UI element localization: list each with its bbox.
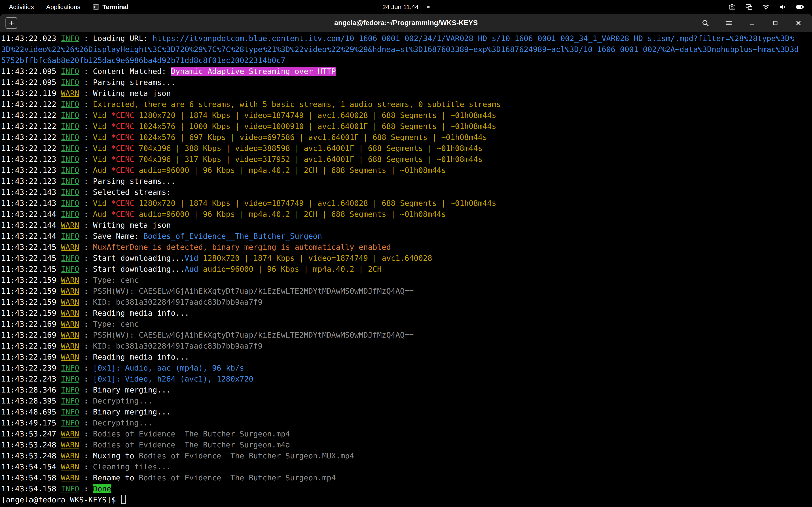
- menu-icon[interactable]: [724, 18, 734, 28]
- terminal-output: 11:43:22.023 INFO : Loading URL: https:/…: [1, 33, 799, 494]
- log-line: 11:43:22.122 INFO : Vid *CENC 1280x720 |…: [1, 110, 799, 121]
- log-line: 11:43:22.159 WARN : Reading media info..…: [1, 307, 799, 319]
- log-line: 11:43:22.123 INFO : Vid *CENC 704x396 | …: [1, 154, 799, 165]
- log-line: 11:43:22.119 WARN : Writing meta json: [1, 88, 799, 99]
- terminal-cursor: [121, 495, 126, 504]
- log-line: 11:43:22.122 INFO : Vid *CENC 1024x576 |…: [1, 132, 799, 143]
- log-line: 11:43:28.395 INFO : Decrypting...: [1, 395, 799, 406]
- log-line: 11:43:53.247 WARN : Bodies_of_Evidence__…: [1, 429, 799, 439]
- log-line: 11:43:22.023 INFO : Loading URL: https:/…: [1, 33, 799, 66]
- log-line: 11:43:22.159 WARN : PSSH(WV): CAESELw4Gj…: [1, 286, 799, 297]
- log-line: 11:43:54.158 INFO : Done: [1, 483, 799, 494]
- notification-dot: [427, 6, 430, 8]
- log-line: 11:43:53.248 WARN : Muxing to Bodies_of_…: [1, 450, 799, 461]
- log-line: 11:43:22.239 INFO : [0x1]: Audio, aac (m…: [1, 362, 799, 374]
- clock-label: 24 Jun 11:44: [382, 3, 418, 11]
- log-line: 11:43:22.159 WARN : KID: bc381a302284491…: [1, 297, 799, 307]
- log-line: 11:43:54.154 WARN : Cleaning files...: [1, 461, 799, 472]
- log-line: 11:43:22.122 INFO : Vid *CENC 704x396 | …: [1, 143, 799, 154]
- log-line: 11:43:22.169 WARN : KID: bc381a302284491…: [1, 341, 799, 351]
- log-line: 11:43:22.169 WARN : PSSH(WV): CAESELw4Gj…: [1, 330, 799, 341]
- focused-app-label: Terminal: [102, 3, 129, 11]
- log-line: 11:43:22.122 INFO : Vid *CENC 1024x576 |…: [1, 121, 799, 132]
- minimize-icon[interactable]: [747, 18, 757, 28]
- log-line: 11:43:22.169 WARN : Type: cenc: [1, 319, 799, 330]
- log-line: 11:43:49.175 INFO : Decrypting...: [1, 417, 799, 429]
- log-line: 11:43:22.145 WARN : MuxAfterDone is dete…: [1, 242, 799, 252]
- log-line: 11:43:22.169 WARN : Reading media info..…: [1, 351, 799, 362]
- log-line: 11:43:22.143 INFO : Selected streams:: [1, 187, 799, 198]
- terminal-titlebar[interactable]: + angela@fedora:~/Programming/WKS-KEYS: [0, 14, 812, 32]
- new-tab-button[interactable]: +: [5, 17, 17, 29]
- log-line: 11:43:28.346 INFO : Binary merging...: [1, 385, 799, 395]
- prompt-text: [angela@fedora WKS-KEYS]$: [1, 495, 120, 504]
- gnome-top-bar: Activities Applications Terminal 24 Jun …: [0, 0, 812, 14]
- close-icon[interactable]: [794, 18, 804, 28]
- focused-app-menu[interactable]: Terminal: [93, 3, 129, 11]
- log-line: 11:43:22.095 INFO : Content Matched: Dyn…: [1, 66, 799, 77]
- wifi-icon: [762, 3, 770, 11]
- log-line: 11:43:22.123 INFO : Aud *CENC audio=9600…: [1, 165, 799, 176]
- log-line: 11:43:22.123 INFO : Parsing streams...: [1, 176, 799, 187]
- applications-label: Applications: [46, 3, 80, 11]
- log-line: 11:43:48.695 INFO : Binary merging...: [1, 406, 799, 417]
- log-line: 11:43:22.095 INFO : Parsing streams...: [1, 77, 799, 88]
- screenshot-icon: [728, 3, 736, 11]
- log-line: 11:43:22.122 INFO : Extracted, there are…: [1, 99, 799, 110]
- window-title: angela@fedora:~/Programming/WKS-KEYS: [334, 19, 478, 27]
- terminal-screen[interactable]: 11:43:22.023 INFO : Loading URL: https:/…: [0, 32, 812, 507]
- log-line: 11:43:22.145 INFO : Start downloading...…: [1, 252, 799, 264]
- activities-button[interactable]: Activities: [9, 3, 34, 11]
- log-line: 11:43:53.248 WARN : Bodies_of_Evidence__…: [1, 439, 799, 450]
- log-line: 11:43:22.144 INFO : Aud *CENC audio=9600…: [1, 209, 799, 220]
- activities-label: Activities: [9, 3, 34, 11]
- log-line: 11:43:22.144 WARN : Writing meta json: [1, 220, 799, 231]
- search-icon[interactable]: [700, 18, 711, 28]
- screencast-icon: [745, 3, 753, 11]
- clock[interactable]: 24 Jun 11:44: [382, 3, 429, 11]
- log-line: 11:43:22.144 INFO : Save Name: Bodies_of…: [1, 231, 799, 242]
- log-line: 11:43:22.243 INFO : [0x1]: Video, h264 (…: [1, 374, 799, 385]
- applications-menu[interactable]: Applications: [46, 3, 80, 11]
- battery-icon: [796, 3, 804, 11]
- log-line: 11:43:54.158 WARN : Rename to Bodies_of_…: [1, 472, 799, 483]
- log-line: 11:43:22.159 WARN : Type: cenc: [1, 275, 799, 286]
- terminal-app-icon: [93, 4, 99, 10]
- prompt-line: [angela@fedora WKS-KEYS]$: [1, 494, 799, 505]
- maximize-icon[interactable]: [770, 18, 780, 28]
- terminal-window: + angela@fedora:~/Programming/WKS-KEYS: [0, 14, 812, 507]
- log-line: 11:43:22.145 INFO : Start downloading...…: [1, 264, 799, 275]
- log-line: 11:43:22.143 INFO : Vid *CENC 1280x720 |…: [1, 198, 799, 209]
- volume-icon: [779, 3, 786, 11]
- system-status-area[interactable]: [728, 3, 812, 11]
